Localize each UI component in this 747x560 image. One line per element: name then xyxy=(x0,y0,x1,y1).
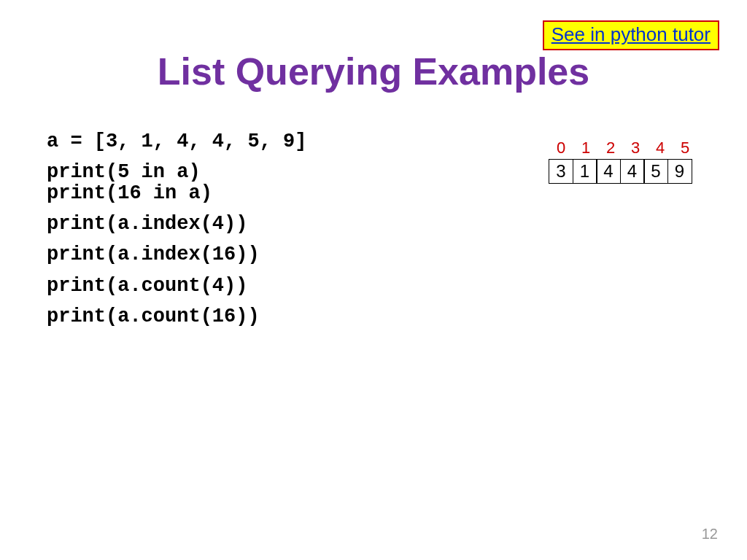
code-line: print(16 in a) xyxy=(47,183,306,203)
index-label: 5 xyxy=(673,139,697,158)
code-line: print(a.index(4)) xyxy=(47,214,306,234)
index-label: 4 xyxy=(648,139,673,158)
array-diagram: 0 1 2 3 4 5 3 1 4 4 5 9 xyxy=(549,139,697,184)
index-row: 0 1 2 3 4 5 xyxy=(549,139,697,158)
value-row: 3 1 4 4 5 9 xyxy=(549,159,697,184)
index-label: 2 xyxy=(598,139,623,158)
array-cell: 5 xyxy=(643,159,668,184)
slide-title: List Querying Examples xyxy=(0,50,747,93)
array-cell: 3 xyxy=(549,159,573,184)
page-number: 12 xyxy=(702,526,718,542)
code-line: a = [3, 1, 4, 4, 5, 9] xyxy=(47,131,306,152)
array-cell: 1 xyxy=(573,159,597,184)
code-line: print(5 in a) xyxy=(47,162,306,182)
code-line: print(a.count(4)) xyxy=(47,276,306,296)
code-line: print(a.count(16)) xyxy=(47,306,306,327)
array-cell: 4 xyxy=(596,159,621,184)
array-cell: 4 xyxy=(620,159,645,184)
index-label: 0 xyxy=(549,139,573,158)
code-block: a = [3, 1, 4, 4, 5, 9] print(5 in a) pri… xyxy=(47,131,306,337)
index-label: 3 xyxy=(623,139,648,158)
python-tutor-link[interactable]: See in python tutor xyxy=(543,20,719,50)
code-line: print(a.index(16)) xyxy=(47,244,306,265)
index-label: 1 xyxy=(573,139,598,158)
array-cell: 9 xyxy=(667,159,692,184)
